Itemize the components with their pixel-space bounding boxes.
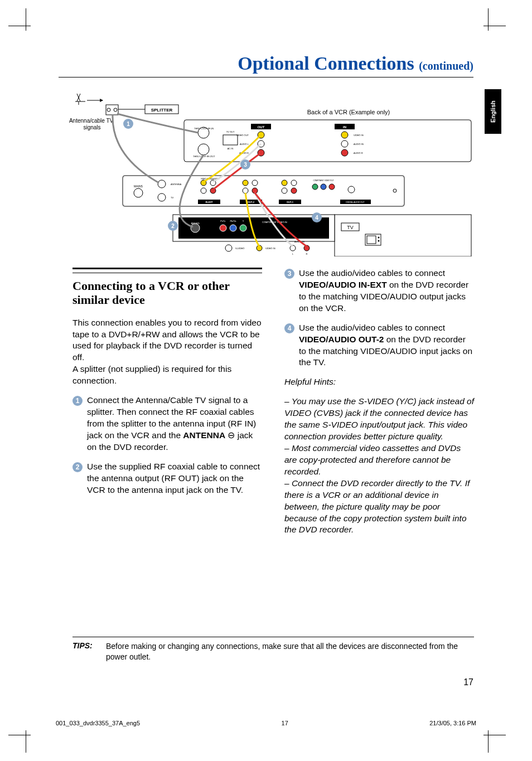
tips-text: Before making or changing any connection… (106, 641, 474, 662)
page-number: 17 (463, 677, 473, 687)
svg-point-45 (191, 224, 200, 232)
svg-point-37 (321, 184, 326, 190)
step-3-number: 3 (284, 269, 294, 279)
tv-l: L (292, 253, 294, 255)
svg-rect-42 (335, 215, 471, 256)
svg-point-14 (341, 132, 348, 138)
vcr-out-header: OUT (258, 125, 265, 129)
step-2-number: 2 (72, 462, 83, 472)
step-1-number: 1 (72, 396, 83, 406)
tv-pbcb: Pb/Cb (230, 220, 236, 222)
step-3-text-a: Use the audio/video cables to connect (299, 268, 445, 278)
step-4-bold: VIDEO/AUDIO OUT-2 (299, 335, 384, 344)
svg-point-48 (240, 225, 246, 231)
svg-point-29 (252, 188, 258, 193)
dvdr-inext: IN-EXT (205, 201, 213, 203)
svg-point-1 (107, 108, 110, 112)
title-continued: (continued) (419, 60, 473, 72)
title-rule (59, 77, 473, 77)
svg-point-38 (329, 184, 335, 190)
footer-center: 17 (282, 720, 288, 726)
step-3: 3 Use the audio/video cables to connect … (284, 268, 474, 314)
vcr-in-header: IN (343, 125, 346, 129)
antenna-symbol-icon: ⊖ (228, 430, 237, 440)
antenna-icon (75, 94, 103, 105)
dvdr-digital-out: DIGITAL AUDIO OUT (346, 201, 365, 203)
dvdr-out2: OUT-2 (248, 201, 255, 203)
svg-rect-0 (106, 105, 118, 115)
dvdr-out1: OUT-1 (287, 201, 294, 203)
vcr-video-out: VIDEO OUT (236, 134, 249, 137)
language-tab: English (485, 89, 501, 134)
step-2: 2 Use the supplied RF coaxial cable to c… (72, 461, 262, 496)
vcr-audio-r2: AUDIO R (354, 152, 363, 154)
dvdr-mains: MAINS (134, 185, 143, 188)
footer: 001_033_dvdr3355_37A_eng5 17 21/3/05, 3:… (56, 720, 476, 726)
svg-point-49 (225, 245, 232, 251)
tv-svideo: S-VIDEO (235, 247, 244, 250)
svg-point-26 (243, 180, 248, 186)
svg-point-36 (312, 184, 318, 190)
svg-point-34 (291, 188, 297, 193)
step-3-bold: VIDEO/AUDIO IN-EXT (299, 280, 387, 289)
svg-point-15 (341, 140, 348, 147)
dvdr-tv: TV (171, 196, 173, 199)
callout-1: 1 (127, 121, 130, 127)
splitter-label: SPLITTER (151, 108, 173, 113)
hint-2: – Most commercial video cassettes and DV… (284, 443, 474, 478)
page-title: Optional Connections (continued) (238, 53, 473, 74)
vcr-tvout-label: TV OUT (226, 130, 235, 133)
svg-point-46 (220, 225, 226, 231)
svg-point-28 (252, 180, 258, 186)
tv-videoin: VIDEO IN (265, 247, 275, 250)
step-1: 1 Connect the Antenna/Cable TV signal to… (72, 395, 262, 453)
dvdr-comp-out: COMPONENT VIDEO OUT (313, 180, 334, 182)
title-main: Optional Connections (238, 53, 414, 74)
tv-prcr: Pr/Cr (220, 220, 226, 222)
vcr-back-label: Back of a VCR (Example only) (307, 109, 390, 115)
hint-1: – You may use the S-VIDEO (Y/C) jack ins… (284, 396, 474, 443)
callout-2: 2 (171, 223, 175, 229)
tv-r: R (306, 253, 308, 255)
left-column: Connecting to a VCR or other similar dev… (72, 268, 262, 536)
connection-diagram: SPLITTER Antenna/cable TV signals Back o… (61, 89, 474, 256)
tips-label: TIPS: (72, 641, 106, 662)
step-4-number: 4 (284, 323, 294, 333)
svg-point-2 (114, 108, 117, 112)
vcr-rf-in-label: THRU LOOP RF-IN (194, 127, 214, 130)
vcr-audio-in: AUDIO IN (354, 143, 364, 146)
antenna-cable-label: Antenna/cable TV signals (69, 118, 115, 130)
hint-3: – Connect the DVD recorder directly to t… (284, 478, 474, 536)
hints-heading: Helpful Hints: (284, 376, 474, 388)
svg-point-31 (282, 180, 287, 186)
vcr-audio-l: AUDIO L (240, 143, 249, 146)
tv-label: TV (347, 225, 354, 230)
svg-point-16 (341, 149, 348, 156)
callout-4: 4 (315, 215, 318, 221)
intro-paragraph-1: This connection enables you to record fr… (72, 317, 262, 364)
section-heading: Connecting to a VCR or other similar dev… (72, 279, 262, 307)
intro-paragraph-2: A splitter (not supplied) is required fo… (72, 363, 262, 387)
step-4: 4 Use the audio/video cables to connect … (284, 322, 474, 369)
dvdr-antenna: ANTENNA (171, 183, 181, 186)
vcr-acin-label: AC IN (228, 147, 234, 150)
svg-point-56 (378, 237, 380, 239)
footer-right: 21/3/05, 3:16 PM (429, 720, 476, 726)
svg-rect-5 (184, 120, 471, 162)
vcr-video-in: VIDEO IN (354, 134, 364, 137)
footer-left: 001_033_dvdr3355_37A_eng5 (56, 720, 140, 726)
svg-point-47 (230, 225, 236, 231)
right-column: 3 Use the audio/video cables to connect … (284, 268, 474, 536)
step-1-bold: ANTENNA (183, 430, 225, 440)
svg-point-33 (291, 180, 297, 186)
tv-comp-in: COMPONENT VIDEO IN (262, 221, 287, 224)
step-2-text: Use the supplied RF coaxial cable to con… (87, 462, 260, 495)
tips-rule (72, 637, 474, 637)
svg-point-57 (378, 240, 380, 242)
callout-3: 3 (244, 162, 247, 168)
tips-box: TIPS: Before making or changing any conn… (72, 641, 474, 662)
tv-y: Y (243, 220, 244, 222)
tv-ant-label: ANT RG (191, 222, 199, 225)
step-4-text-a: Use the audio/video cables to connect (299, 323, 445, 332)
